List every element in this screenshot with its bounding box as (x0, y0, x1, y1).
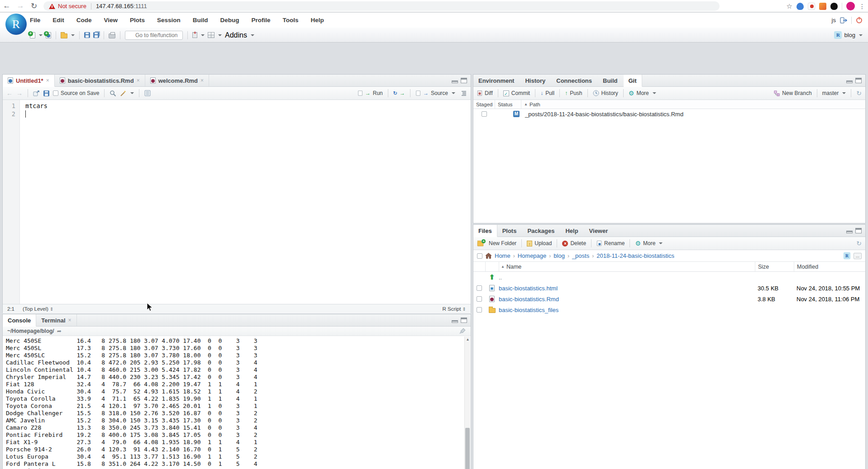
menu-help[interactable]: Help (311, 17, 324, 24)
open-file-button[interactable] (61, 32, 75, 38)
close-tab-icon[interactable]: × (137, 77, 140, 84)
git-file-row[interactable]: M _posts/2018-11-24-basic-biostatistics/… (473, 109, 865, 119)
file-checkbox[interactable] (477, 307, 482, 313)
maximize-pane-icon[interactable] (855, 78, 862, 83)
browser-back-button[interactable]: ← (0, 1, 14, 10)
breadcrumb-current-dir[interactable]: 2018-11-24-basic-biostatistics (596, 252, 674, 259)
breadcrumb-homepage[interactable]: Homepage (518, 252, 547, 259)
refresh-icon[interactable]: ↻ (856, 90, 862, 97)
project-directory-icon[interactable]: R (844, 252, 850, 259)
breadcrumb-home[interactable]: Home (495, 252, 510, 259)
console-scrollbar[interactable]: ▲ ▼ (464, 336, 470, 469)
tab-connections[interactable]: Connections (551, 75, 598, 86)
source-tab-welcome[interactable]: welcome.Rmd × (145, 75, 209, 86)
tab-viewer[interactable]: Viewer (584, 225, 614, 237)
source-back-icon[interactable]: ← (6, 90, 13, 97)
rerun-button[interactable]: ↻→ (393, 90, 405, 96)
maximize-pane-icon[interactable] (461, 78, 467, 83)
show-outline-icon[interactable] (461, 90, 467, 96)
not-secure-label[interactable]: Not secure (58, 3, 86, 9)
file-link[interactable]: basic-biostatistics.html (499, 285, 558, 292)
minimize-pane-icon[interactable] (452, 320, 458, 323)
files-more-button[interactable]: ⚙More (635, 240, 663, 247)
folder-link[interactable]: basic-biostatistics_files (499, 307, 558, 313)
branch-selector[interactable]: master (822, 90, 846, 96)
tab-help[interactable]: Help (560, 225, 584, 237)
extension-icon-red-dot[interactable] (808, 3, 815, 10)
breadcrumb-posts[interactable]: _posts (572, 252, 589, 259)
refresh-icon[interactable]: ↻ (856, 240, 862, 247)
tab-plots[interactable]: Plots (497, 225, 523, 237)
tab-console[interactable]: Console (3, 314, 36, 327)
menu-code[interactable]: Code (76, 17, 92, 24)
scope-selector[interactable]: (Top Level) ⇕ (23, 306, 53, 312)
new-file-button[interactable]: + (30, 32, 43, 38)
sign-out-icon[interactable] (840, 17, 847, 24)
code-editor[interactable]: 1 2 mtcars (3, 100, 471, 304)
source-on-save-toggle[interactable]: Source on Save (53, 90, 99, 96)
file-row-rmd[interactable]: basic-biostatistics.Rmd 3.8 KB Nov 24, 2… (473, 294, 865, 304)
tab-terminal[interactable]: Terminal× (36, 314, 76, 326)
maximize-pane-icon[interactable] (461, 317, 467, 323)
extension-icon-shield[interactable] (796, 3, 804, 10)
run-button[interactable]: →Run (358, 90, 383, 96)
rename-button[interactable]: Rename (596, 240, 625, 246)
parent-directory-row[interactable]: ⬆ .. (473, 272, 865, 283)
compile-report-button[interactable]: + (192, 32, 205, 38)
tab-build[interactable]: Build (598, 75, 624, 86)
column-size[interactable]: Size (755, 262, 794, 271)
tab-history[interactable]: History (520, 75, 551, 86)
minimize-pane-icon[interactable] (846, 81, 853, 83)
source-tab-basic-biostatistics[interactable]: basic-biostatistics.Rmd × (55, 75, 145, 86)
breadcrumb-blog[interactable]: blog (553, 252, 565, 259)
profile-avatar[interactable] (846, 2, 855, 10)
new-project-button[interactable]: + (46, 32, 51, 38)
select-all-checkbox[interactable] (477, 253, 482, 259)
source-button[interactable]: →Source (415, 90, 455, 96)
scrollbar-thumb[interactable] (465, 428, 470, 469)
menu-profile[interactable]: Profile (252, 17, 271, 24)
home-icon[interactable] (485, 253, 492, 259)
tab-files[interactable]: Files (473, 225, 497, 237)
close-tab-icon[interactable]: × (200, 77, 204, 84)
extension-icon-gnome-foot[interactable] (830, 3, 838, 10)
tab-packages[interactable]: Packages (522, 225, 560, 237)
menu-edit[interactable]: Edit (52, 17, 64, 24)
address-bar[interactable]: Not secure 147.47.68.165 :1111 (43, 1, 720, 11)
bookmark-star-icon[interactable]: ☆ (787, 2, 792, 10)
column-path[interactable]: ▲Path (521, 100, 865, 109)
source-tab-untitled1[interactable]: Untitled1* × (3, 75, 55, 87)
delete-button[interactable]: ×Delete (562, 240, 586, 246)
save-source-button[interactable] (43, 90, 49, 96)
maximize-pane-icon[interactable] (855, 228, 862, 233)
minimize-pane-icon[interactable] (452, 81, 458, 83)
file-row-html[interactable]: basic-biostatistics.html 30.5 KB Nov 24,… (473, 283, 865, 294)
addins-button[interactable]: Addins (225, 31, 254, 39)
tab-environment[interactable]: Environment (473, 75, 520, 86)
code-tools-button[interactable] (120, 90, 134, 97)
git-history-button[interactable]: History (593, 90, 618, 96)
pane-layout-button[interactable] (208, 32, 222, 38)
goto-file-function[interactable]: ➤ (125, 31, 183, 40)
document-outline-icon[interactable] (144, 90, 151, 96)
file-checkbox[interactable] (477, 285, 482, 291)
save-button[interactable] (84, 32, 90, 38)
file-row-folder[interactable]: basic-biostatistics_files (473, 304, 865, 315)
source-on-save-checkbox[interactable] (53, 90, 58, 96)
close-terminal-icon[interactable]: × (68, 317, 72, 323)
minimize-pane-icon[interactable] (846, 231, 853, 233)
close-tab-icon[interactable]: × (46, 77, 49, 84)
file-type-selector[interactable]: R Script ⇕ (443, 306, 467, 312)
staged-checkbox[interactable] (482, 111, 487, 117)
project-menu[interactable]: R blog (834, 28, 863, 43)
file-checkbox[interactable] (477, 296, 482, 302)
upload-button[interactable]: ↑Upload (527, 240, 552, 246)
browser-menu-icon[interactable]: ⋮ (859, 3, 865, 10)
new-folder-button[interactable]: +New Folder (477, 240, 516, 246)
menu-session[interactable]: Session (157, 17, 181, 24)
clear-console-icon[interactable] (459, 328, 466, 334)
source-forward-icon[interactable]: → (16, 90, 23, 97)
save-all-button[interactable] (93, 32, 99, 38)
goto-file-input[interactable] (125, 31, 183, 40)
browser-forward-button[interactable]: → (14, 1, 27, 10)
